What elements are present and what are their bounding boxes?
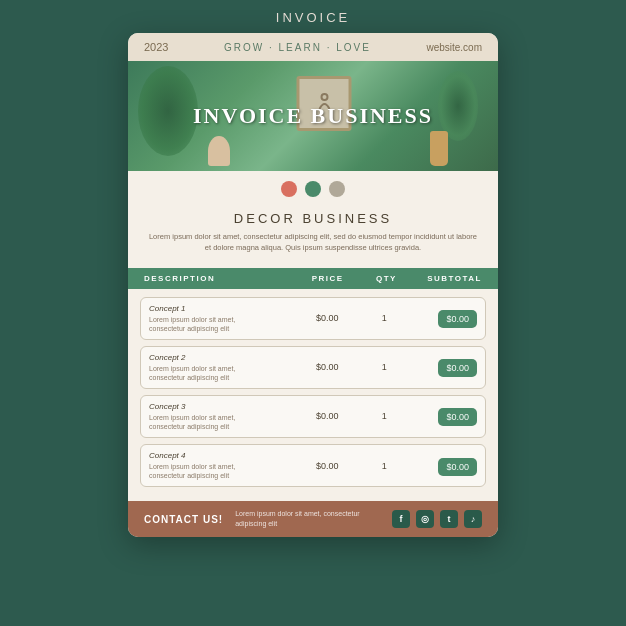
subtotal-badge-3: $0.00 (438, 458, 477, 476)
item-subtotal-0: $0.00 (406, 308, 477, 328)
subtotal-badge-2: $0.00 (438, 408, 477, 426)
item-subtotal-2: $0.00 (406, 406, 477, 426)
item-qty-0: 1 (363, 313, 406, 323)
twitter-icon[interactable]: t (440, 510, 458, 528)
col-qty: QTY (364, 274, 408, 283)
item-price-3: $0.00 (292, 461, 363, 471)
item-qty-1: 1 (363, 362, 406, 372)
item-subtotal-1: $0.00 (406, 357, 477, 377)
item-lorem-3: Lorem ipsum dolor sit amet,consectetur a… (149, 462, 292, 480)
card-footer: CONTACT US! Lorem ipsum dolor sit amet, … (128, 501, 498, 537)
item-desc-3: Concept 4 Lorem ipsum dolor sit amet,con… (149, 451, 292, 480)
item-concept-2: Concept 3 (149, 402, 292, 411)
item-price-2: $0.00 (292, 411, 363, 421)
item-lorem-0: Lorem ipsum dolor sit amet,consectetur a… (149, 315, 292, 333)
item-lorem-1: Lorem ipsum dolor sit amet,consectetur a… (149, 364, 292, 382)
item-desc-2: Concept 3 Lorem ipsum dolor sit amet,con… (149, 402, 292, 431)
hero-vase-gold (430, 131, 448, 166)
table-row: Concept 2 Lorem ipsum dolor sit amet,con… (140, 346, 486, 389)
decor-business-title: DECOR BUSINESS (148, 211, 478, 226)
subtotal-badge-1: $0.00 (438, 359, 477, 377)
svg-point-0 (321, 94, 327, 100)
table-row: Concept 3 Lorem ipsum dolor sit amet,con… (140, 395, 486, 438)
body-section: DECOR BUSINESS Lorem ipsum dolor sit ame… (128, 205, 498, 262)
website-label: website.com (426, 42, 482, 53)
item-concept-3: Concept 4 (149, 451, 292, 460)
table-header: DESCRIPTION PRICE QTY SUBTOTAL (128, 268, 498, 289)
item-qty-3: 1 (363, 461, 406, 471)
contact-text: Lorem ipsum dolor sit amet, consectetur … (235, 509, 392, 529)
item-subtotal-3: $0.00 (406, 456, 477, 476)
item-qty-2: 1 (363, 411, 406, 421)
hero-title: INVOICE BUSINESS (193, 103, 433, 129)
contact-label: CONTACT US! (144, 514, 223, 525)
dot-green (305, 181, 321, 197)
hero-vase-white (208, 136, 230, 166)
invoice-card: 2023 GROW · LEARN · LOVE website.com INV… (128, 33, 498, 537)
col-description: DESCRIPTION (144, 274, 291, 283)
item-concept-0: Concept 1 (149, 304, 292, 313)
item-price-0: $0.00 (292, 313, 363, 323)
table-row: Concept 1 Lorem ipsum dolor sit amet,con… (140, 297, 486, 340)
item-desc-1: Concept 2 Lorem ipsum dolor sit amet,con… (149, 353, 292, 382)
tiktok-icon[interactable]: ♪ (464, 510, 482, 528)
item-desc-0: Concept 1 Lorem ipsum dolor sit amet,con… (149, 304, 292, 333)
color-dots (128, 171, 498, 205)
dot-gray (329, 181, 345, 197)
col-price: PRICE (291, 274, 364, 283)
item-concept-1: Concept 2 (149, 353, 292, 362)
tagline-label: GROW · LEARN · LOVE (224, 42, 371, 53)
instagram-icon[interactable]: ◎ (416, 510, 434, 528)
hero-plant-left (138, 66, 198, 156)
subtotal-badge-0: $0.00 (438, 310, 477, 328)
table-row: Concept 4 Lorem ipsum dolor sit amet,con… (140, 444, 486, 487)
year-label: 2023 (144, 41, 168, 53)
hero-image: INVOICE BUSINESS (128, 61, 498, 171)
item-price-1: $0.00 (292, 362, 363, 372)
decor-description: Lorem ipsum dolor sit amet, consectetur … (148, 231, 478, 254)
page-title: INVOICE (276, 10, 350, 25)
facebook-icon[interactable]: f (392, 510, 410, 528)
card-header: 2023 GROW · LEARN · LOVE website.com (128, 33, 498, 61)
item-lorem-2: Lorem ipsum dolor sit amet,consectetur a… (149, 413, 292, 431)
items-container: Concept 1 Lorem ipsum dolor sit amet,con… (128, 289, 498, 496)
dot-terracotta (281, 181, 297, 197)
col-subtotal: SUBTOTAL (409, 274, 482, 283)
social-icons-group: f◎t♪ (392, 510, 482, 528)
